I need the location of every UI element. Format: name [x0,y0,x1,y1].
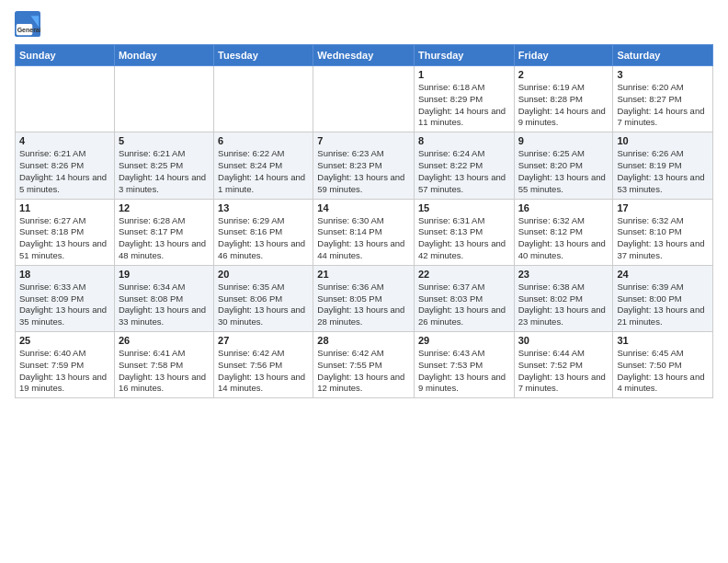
calendar-cell: 25Sunrise: 6:40 AM Sunset: 7:59 PM Dayli… [16,332,115,398]
day-info: Sunrise: 6:44 AM Sunset: 7:52 PM Dayligh… [518,348,609,395]
day-of-week-header: Friday [514,45,613,66]
day-info: Sunrise: 6:43 AM Sunset: 7:53 PM Dayligh… [418,348,510,395]
day-info: Sunrise: 6:20 AM Sunset: 8:27 PM Dayligh… [617,82,709,129]
day-of-week-header: Wednesday [313,45,415,66]
calendar-cell: 28Sunrise: 6:42 AM Sunset: 7:55 PM Dayli… [313,332,415,398]
calendar-cell: 6Sunrise: 6:22 AM Sunset: 8:24 PM Daylig… [214,132,313,199]
day-info: Sunrise: 6:23 AM Sunset: 8:23 PM Dayligh… [317,148,410,195]
day-info: Sunrise: 6:31 AM Sunset: 8:13 PM Dayligh… [418,215,510,262]
day-number: 17 [617,202,709,213]
day-number: 8 [418,135,510,146]
day-number: 21 [317,269,410,280]
logo: General [15,11,44,37]
calendar-cell: 1Sunrise: 6:18 AM Sunset: 8:29 PM Daylig… [414,66,514,132]
day-number: 22 [418,269,510,280]
day-info: Sunrise: 6:25 AM Sunset: 8:20 PM Dayligh… [518,148,609,195]
calendar-header: SundayMondayTuesdayWednesdayThursdayFrid… [16,45,713,66]
calendar-cell: 24Sunrise: 6:39 AM Sunset: 8:00 PM Dayli… [613,265,713,331]
day-number: 18 [19,269,110,280]
calendar-cell: 7Sunrise: 6:23 AM Sunset: 8:23 PM Daylig… [313,132,415,199]
day-info: Sunrise: 6:35 AM Sunset: 8:06 PM Dayligh… [218,282,309,328]
day-number: 6 [218,135,309,146]
day-info: Sunrise: 6:30 AM Sunset: 8:14 PM Dayligh… [317,215,410,262]
calendar-cell [16,66,115,132]
days-of-week-row: SundayMondayTuesdayWednesdayThursdayFrid… [16,45,713,66]
calendar-cell: 5Sunrise: 6:21 AM Sunset: 8:25 PM Daylig… [114,132,213,199]
calendar-week-row: 25Sunrise: 6:40 AM Sunset: 7:59 PM Dayli… [16,332,713,398]
day-info: Sunrise: 6:29 AM Sunset: 8:16 PM Dayligh… [218,215,309,262]
day-number: 2 [518,69,609,80]
day-info: Sunrise: 6:40 AM Sunset: 7:59 PM Dayligh… [19,348,110,395]
day-number: 30 [518,335,609,346]
calendar-cell [214,66,313,132]
calendar-cell: 13Sunrise: 6:29 AM Sunset: 8:16 PM Dayli… [214,199,313,265]
day-info: Sunrise: 6:32 AM Sunset: 8:10 PM Dayligh… [617,215,709,262]
calendar-cell: 9Sunrise: 6:25 AM Sunset: 8:20 PM Daylig… [514,132,613,199]
calendar-table: SundayMondayTuesdayWednesdayThursdayFrid… [15,44,713,398]
day-info: Sunrise: 6:18 AM Sunset: 8:29 PM Dayligh… [418,82,510,129]
calendar-cell: 26Sunrise: 6:41 AM Sunset: 7:58 PM Dayli… [114,332,213,398]
day-info: Sunrise: 6:38 AM Sunset: 8:02 PM Dayligh… [518,282,609,328]
calendar-cell: 20Sunrise: 6:35 AM Sunset: 8:06 PM Dayli… [214,265,313,331]
day-number: 1 [418,69,510,80]
day-info: Sunrise: 6:37 AM Sunset: 8:03 PM Dayligh… [418,282,510,328]
day-info: Sunrise: 6:39 AM Sunset: 8:00 PM Dayligh… [617,282,709,328]
calendar-cell: 2Sunrise: 6:19 AM Sunset: 8:28 PM Daylig… [514,66,613,132]
calendar-cell: 15Sunrise: 6:31 AM Sunset: 8:13 PM Dayli… [414,199,514,265]
calendar-week-row: 1Sunrise: 6:18 AM Sunset: 8:29 PM Daylig… [16,66,713,132]
day-info: Sunrise: 6:19 AM Sunset: 8:28 PM Dayligh… [518,82,609,129]
day-number: 27 [218,335,309,346]
logo-icon: General [15,11,40,37]
day-number: 26 [119,335,210,346]
calendar-week-row: 11Sunrise: 6:27 AM Sunset: 8:18 PM Dayli… [16,199,713,265]
day-number: 25 [19,335,110,346]
calendar-cell: 8Sunrise: 6:24 AM Sunset: 8:22 PM Daylig… [414,132,514,199]
day-number: 13 [218,202,309,213]
day-info: Sunrise: 6:28 AM Sunset: 8:17 PM Dayligh… [119,215,210,262]
page-container: General SundayMondayTuesdayWednesdayThur… [0,0,728,406]
day-info: Sunrise: 6:42 AM Sunset: 7:56 PM Dayligh… [218,348,309,395]
day-number: 20 [218,269,309,280]
calendar-cell: 31Sunrise: 6:45 AM Sunset: 7:50 PM Dayli… [613,332,713,398]
day-of-week-header: Monday [114,45,213,66]
day-info: Sunrise: 6:33 AM Sunset: 8:09 PM Dayligh… [19,282,110,328]
day-number: 5 [119,135,210,146]
day-info: Sunrise: 6:45 AM Sunset: 7:50 PM Dayligh… [617,348,709,395]
calendar-cell [313,66,415,132]
day-info: Sunrise: 6:24 AM Sunset: 8:22 PM Dayligh… [418,148,510,195]
day-info: Sunrise: 6:27 AM Sunset: 8:18 PM Dayligh… [19,215,110,262]
day-number: 24 [617,269,709,280]
day-of-week-header: Sunday [16,45,115,66]
day-info: Sunrise: 6:22 AM Sunset: 8:24 PM Dayligh… [218,148,309,195]
day-number: 9 [518,135,609,146]
calendar-cell: 30Sunrise: 6:44 AM Sunset: 7:52 PM Dayli… [514,332,613,398]
day-info: Sunrise: 6:42 AM Sunset: 7:55 PM Dayligh… [317,348,410,395]
calendar-cell: 27Sunrise: 6:42 AM Sunset: 7:56 PM Dayli… [214,332,313,398]
day-number: 7 [317,135,410,146]
day-number: 11 [19,202,110,213]
calendar-cell: 19Sunrise: 6:34 AM Sunset: 8:08 PM Dayli… [114,265,213,331]
day-info: Sunrise: 6:36 AM Sunset: 8:05 PM Dayligh… [317,282,410,328]
calendar-week-row: 18Sunrise: 6:33 AM Sunset: 8:09 PM Dayli… [16,265,713,331]
calendar-cell: 23Sunrise: 6:38 AM Sunset: 8:02 PM Dayli… [514,265,613,331]
calendar-cell: 12Sunrise: 6:28 AM Sunset: 8:17 PM Dayli… [114,199,213,265]
day-number: 4 [19,135,110,146]
calendar-cell: 11Sunrise: 6:27 AM Sunset: 8:18 PM Dayli… [16,199,115,265]
calendar-cell: 4Sunrise: 6:21 AM Sunset: 8:26 PM Daylig… [16,132,115,199]
calendar-cell: 17Sunrise: 6:32 AM Sunset: 8:10 PM Dayli… [613,199,713,265]
day-info: Sunrise: 6:21 AM Sunset: 8:26 PM Dayligh… [19,148,110,195]
day-of-week-header: Tuesday [214,45,313,66]
calendar-cell: 18Sunrise: 6:33 AM Sunset: 8:09 PM Dayli… [16,265,115,331]
day-info: Sunrise: 6:21 AM Sunset: 8:25 PM Dayligh… [119,148,210,195]
day-of-week-header: Thursday [414,45,514,66]
calendar-cell: 21Sunrise: 6:36 AM Sunset: 8:05 PM Dayli… [313,265,415,331]
day-number: 23 [518,269,609,280]
calendar-cell [114,66,213,132]
day-info: Sunrise: 6:34 AM Sunset: 8:08 PM Dayligh… [119,282,210,328]
calendar-cell: 29Sunrise: 6:43 AM Sunset: 7:53 PM Dayli… [414,332,514,398]
day-number: 29 [418,335,510,346]
day-info: Sunrise: 6:32 AM Sunset: 8:12 PM Dayligh… [518,215,609,262]
day-number: 10 [617,135,709,146]
day-info: Sunrise: 6:26 AM Sunset: 8:19 PM Dayligh… [617,148,709,195]
calendar-cell: 16Sunrise: 6:32 AM Sunset: 8:12 PM Dayli… [514,199,613,265]
